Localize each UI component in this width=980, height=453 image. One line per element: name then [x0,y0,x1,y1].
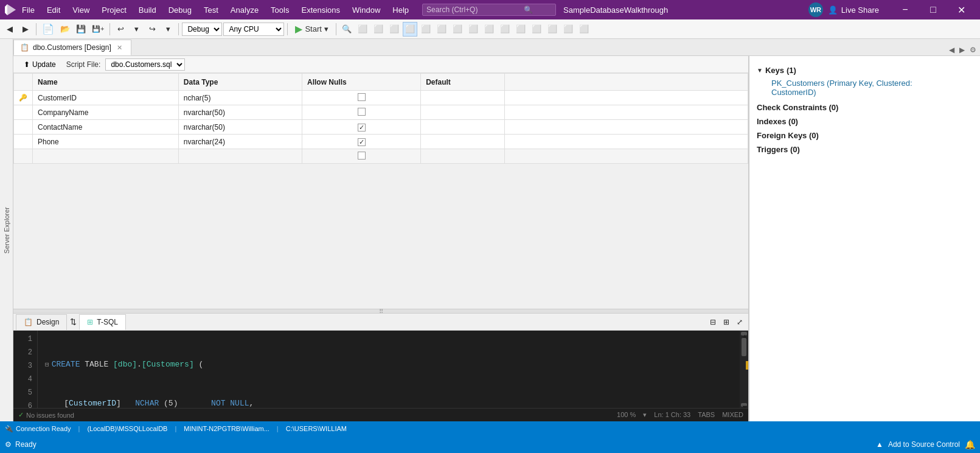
cell-default[interactable] [421,105,505,120]
cell-allownulls[interactable] [302,105,421,120]
start-button[interactable]: ▶ Start ▾ [291,22,332,37]
debug-config-select[interactable]: Debug [182,23,222,36]
scroll-down-button[interactable]: ▼ [741,403,747,407]
sql-editor[interactable]: 1 2 3 4 5 6 7 ⊟CREATE TABLE [dbo].[Cust [13,331,740,408]
tool3[interactable]: ⬜ [387,22,401,37]
notification-icon[interactable]: 🔔 [965,440,975,449]
swap-button[interactable]: ⇅ [67,317,79,326]
encoding-label[interactable]: MIXED [722,411,743,419]
cell-default[interactable] [421,120,505,135]
menu-window[interactable]: Window [346,3,386,17]
redo-button[interactable]: ↪ [145,22,159,37]
server-explorer-sidebar[interactable]: Server Explorer [0,39,13,421]
menu-tools[interactable]: Tools [265,3,295,17]
tool13[interactable]: ⬜ [545,22,560,37]
zoom-dropdown[interactable]: ▾ [643,411,647,419]
menu-view[interactable]: View [66,3,96,17]
scroll-track[interactable] [740,337,748,402]
tab-close-button[interactable]: ✕ [115,43,125,52]
cell-allownulls-empty[interactable] [302,149,421,164]
cell-name[interactable]: Phone [33,135,179,149]
allow-nulls-checkbox[interactable] [358,108,366,116]
cell-default-empty[interactable] [421,149,505,164]
menu-debug[interactable]: Debug [162,3,198,17]
table-row[interactable]: ContactName nvarchar(50) [14,120,748,135]
menu-test[interactable]: Test [198,3,224,17]
tsql-tab[interactable]: ⊞ T-SQL [79,314,126,330]
tool14[interactable]: ⬜ [561,22,575,37]
cell-name[interactable]: CustomerID [33,91,179,105]
cell-datatype[interactable]: nvarchar(50) [178,105,302,120]
tool8[interactable]: ⬜ [466,22,481,37]
undo-button[interactable]: ↩ [113,22,128,37]
open-button[interactable]: 📂 [58,22,72,37]
cell-default[interactable] [421,135,505,149]
cell-datatype[interactable]: nvarchar(50) [178,120,302,135]
scroll-thumb[interactable] [742,338,746,356]
cell-name[interactable]: ContactName [33,120,179,135]
search-input[interactable] [426,5,524,14]
menu-build[interactable]: Build [133,3,162,17]
triggers-section[interactable]: Triggers (0) [749,142,980,156]
save-all-button[interactable]: 💾+ [89,22,106,37]
tool11[interactable]: ⬜ [513,22,528,37]
new-file-button[interactable]: 📄 [40,22,57,37]
collapse-icon[interactable]: ⊟ [45,360,49,371]
table-row[interactable]: Phone nvarchar(24) [14,135,748,149]
tool2[interactable]: ⬜ [371,22,386,37]
back-button[interactable]: ◀ [2,22,17,37]
add-to-source-control[interactable]: Add to Source Control [888,440,960,449]
script-file-select[interactable]: dbo.Customers.sql [105,58,185,71]
splitter-bar[interactable]: ⠿ [13,309,748,314]
tool15[interactable]: ⬜ [577,22,591,37]
cell-datatype-empty[interactable] [178,149,302,164]
table-row[interactable]: 🔑 CustomerID nchar(5) [14,91,748,105]
pk-item[interactable]: PK_Customers (Primary Key, Clustered: Cu… [757,77,973,98]
editor-scrollbar[interactable]: ▲ ▼ [740,331,748,408]
tab-settings-icon[interactable]: ⚙ [968,44,978,55]
menu-analyze[interactable]: Analyze [224,3,265,17]
cell-datatype[interactable]: nvarchar(24) [178,135,302,149]
minimize-button[interactable]: − [891,0,919,19]
tool1[interactable]: ⬜ [355,22,370,37]
allow-nulls-checkbox[interactable] [358,93,366,101]
scroll-up-button[interactable]: ▲ [741,332,747,335]
live-share-button[interactable]: 👤 Live Share [828,5,879,15]
menu-file[interactable]: File [16,3,41,17]
search-box[interactable]: 🔍 [422,4,556,16]
tab-scroll-left-icon[interactable]: ◀ [948,44,956,55]
undo-dropdown[interactable]: ▾ [129,22,144,37]
menu-extensions[interactable]: Extensions [295,3,346,17]
cpu-select[interactable]: Any CPU [223,23,284,36]
tool6[interactable]: ⬜ [434,22,449,37]
cell-allownulls[interactable] [302,120,421,135]
maximize-button[interactable]: □ [919,0,947,19]
tab-scroll-right-icon[interactable]: ▶ [958,44,966,55]
sql-code[interactable]: ⊟CREATE TABLE [dbo].[Customers] ( [Custo… [38,331,740,408]
tool9[interactable]: ⬜ [482,22,496,37]
menu-edit[interactable]: Edit [41,3,66,17]
cell-allownulls[interactable] [302,91,421,105]
indexes-section[interactable]: Indexes (0) [749,114,980,128]
redo-dropdown[interactable]: ▾ [161,22,175,37]
split-v-button[interactable]: ⊞ [720,316,732,328]
table-row-empty[interactable] [14,149,748,164]
foreign-keys-section[interactable]: Foreign Keys (0) [749,128,980,142]
menu-help[interactable]: Help [386,3,415,17]
close-button[interactable]: ✕ [947,0,975,19]
allow-nulls-checkbox[interactable] [358,124,366,132]
tool5[interactable]: ⬜ [419,22,433,37]
check-constraints-section[interactable]: Check Constraints (0) [749,100,980,114]
tool4[interactable]: ⬜ [403,22,417,37]
maximize-editor-button[interactable]: ⤢ [734,316,746,328]
tool7[interactable]: ⬜ [450,22,465,37]
design-tab[interactable]: 📋 dbo.Customers [Design] ✕ [13,40,131,55]
cell-allownulls[interactable] [302,135,421,149]
cell-datatype[interactable]: nchar(5) [178,91,302,105]
tool12[interactable]: ⬜ [529,22,544,37]
update-button[interactable]: ⬆ Update [18,58,61,71]
cell-name-empty[interactable] [33,149,179,164]
zoom-level[interactable]: 100 % [617,411,636,419]
cell-default[interactable] [421,91,505,105]
tool10[interactable]: ⬜ [498,22,512,37]
